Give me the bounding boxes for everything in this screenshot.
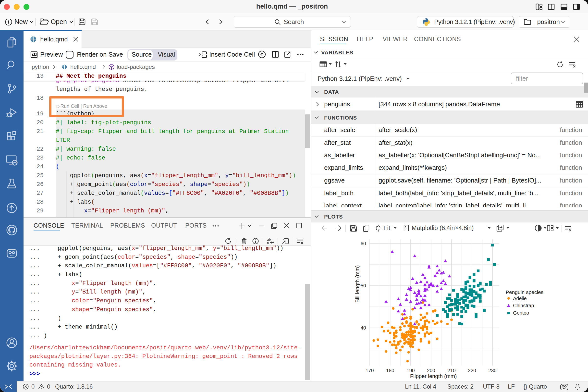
- svg-text:180: 180: [386, 368, 394, 373]
- svg-text:Penguin species: Penguin species: [506, 289, 544, 295]
- svg-text:Adelie: Adelie: [513, 296, 527, 301]
- svg-text:200: 200: [427, 368, 435, 373]
- svg-text:Flipper length (mm): Flipper length (mm): [410, 373, 457, 379]
- svg-text:210: 210: [447, 368, 456, 373]
- svg-text:40: 40: [361, 325, 366, 330]
- svg-text:220: 220: [468, 368, 476, 373]
- svg-text:Chinstrap: Chinstrap: [513, 303, 534, 308]
- svg-text:170: 170: [366, 368, 374, 373]
- svg-text:230: 230: [488, 368, 496, 373]
- svg-text:Gentoo: Gentoo: [513, 310, 529, 316]
- svg-text:190: 190: [406, 368, 414, 373]
- svg-text:50: 50: [361, 283, 366, 288]
- svg-text:Bill length (mm): Bill length (mm): [354, 265, 360, 303]
- svg-text:60: 60: [361, 241, 366, 246]
